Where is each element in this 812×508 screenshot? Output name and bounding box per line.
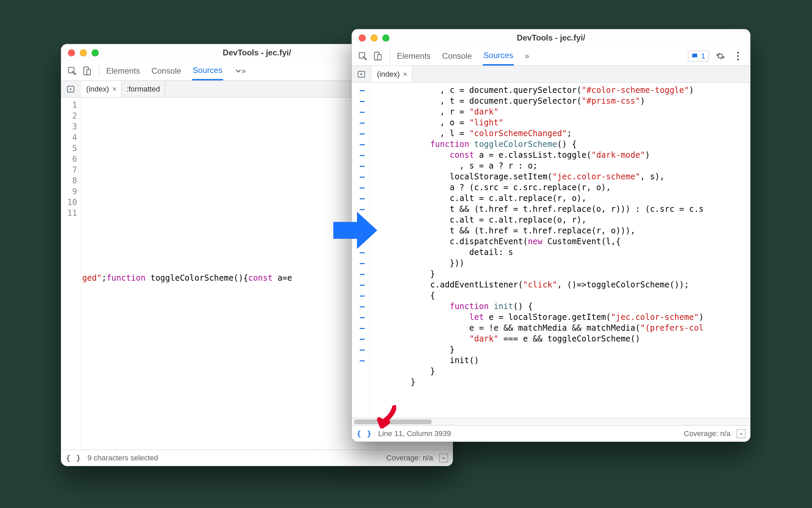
panel-tabs: Elements Console Sources » bbox=[105, 61, 247, 80]
tab-sources[interactable]: Sources bbox=[192, 61, 223, 80]
tab-sources[interactable]: Sources bbox=[483, 46, 514, 66]
file-tab-index[interactable]: (index) × bbox=[81, 81, 122, 97]
inspect-element-icon[interactable] bbox=[66, 65, 78, 77]
line-gutter: –––––––––––––––––––––––––– bbox=[352, 83, 370, 418]
kebab-menu-icon[interactable] bbox=[732, 50, 744, 62]
close-icon[interactable]: × bbox=[112, 85, 117, 94]
tab-elements[interactable]: Elements bbox=[396, 46, 431, 66]
issues-button[interactable]: 1 bbox=[688, 51, 709, 61]
panel-tabs: Elements Console Sources » bbox=[396, 46, 530, 66]
svg-point-7 bbox=[737, 52, 739, 54]
file-tab-label: (index) bbox=[377, 70, 400, 79]
file-tab-bar: (index) × bbox=[352, 66, 750, 83]
tab-overflow[interactable]: » bbox=[524, 46, 530, 66]
device-toolbar-icon[interactable] bbox=[372, 50, 384, 62]
status-bar: { } 9 characters selected Coverage: n/a bbox=[61, 450, 453, 466]
close-window-button[interactable] bbox=[359, 34, 366, 42]
line-gutter: 1234567891011 bbox=[61, 98, 81, 450]
svg-rect-6 bbox=[378, 54, 381, 60]
file-tab-label: :formatted bbox=[126, 85, 160, 94]
issues-count: 1 bbox=[701, 52, 705, 60]
maximize-window-button[interactable] bbox=[382, 34, 389, 42]
window-title: DevTools - jec.fyi/ bbox=[352, 33, 750, 43]
horizontal-scrollbar[interactable] bbox=[352, 418, 750, 425]
scrollbar-thumb[interactable] bbox=[354, 420, 432, 424]
status-selection: 9 characters selected bbox=[88, 454, 158, 462]
file-tab-index[interactable]: (index) × bbox=[372, 66, 412, 82]
window-titlebar: DevTools - jec.fyi/ bbox=[352, 29, 750, 46]
code-editor[interactable]: –––––––––––––––––––––––––– , c = documen… bbox=[352, 83, 750, 418]
pretty-print-button[interactable]: { } bbox=[357, 429, 372, 438]
tab-console[interactable]: Console bbox=[441, 46, 473, 66]
file-tab-label: (index) bbox=[86, 85, 109, 94]
file-tab-formatted[interactable]: :formatted bbox=[122, 81, 165, 97]
settings-icon[interactable] bbox=[714, 50, 726, 62]
pretty-print-button[interactable]: { } bbox=[66, 454, 81, 462]
close-icon[interactable]: × bbox=[403, 70, 407, 79]
fold-panel-icon[interactable] bbox=[439, 454, 448, 462]
devtools-toolbar: Elements Console Sources » 1 bbox=[352, 46, 750, 66]
tab-overflow[interactable]: » bbox=[233, 61, 246, 80]
tab-elements[interactable]: Elements bbox=[105, 61, 141, 80]
devtools-window-right: DevTools - jec.fyi/ Elements Console Sou… bbox=[352, 29, 750, 442]
traffic-lights[interactable] bbox=[359, 34, 389, 42]
close-window-button[interactable] bbox=[68, 49, 75, 56]
tab-console[interactable]: Console bbox=[151, 61, 182, 80]
status-cursor: Line 11, Column 3939 bbox=[378, 429, 451, 438]
minimize-window-button[interactable] bbox=[80, 49, 87, 56]
maximize-window-button[interactable] bbox=[92, 49, 99, 56]
svg-point-8 bbox=[737, 55, 739, 57]
svg-point-9 bbox=[737, 58, 739, 60]
svg-rect-2 bbox=[87, 69, 91, 75]
status-coverage: Coverage: n/a bbox=[684, 429, 731, 438]
show-navigator-icon[interactable] bbox=[65, 83, 77, 95]
minimize-window-button[interactable] bbox=[371, 34, 378, 42]
code-area[interactable]: , c = document.querySelector("#color-sch… bbox=[370, 83, 750, 418]
device-toolbar-icon[interactable] bbox=[81, 65, 93, 77]
status-bar: { } Line 11, Column 3939 Coverage: n/a bbox=[352, 425, 750, 441]
fold-panel-icon[interactable] bbox=[737, 429, 745, 438]
traffic-lights[interactable] bbox=[68, 49, 99, 56]
status-coverage: Coverage: n/a bbox=[386, 454, 433, 462]
inspect-element-icon[interactable] bbox=[357, 50, 369, 62]
show-navigator-icon[interactable] bbox=[355, 68, 367, 80]
